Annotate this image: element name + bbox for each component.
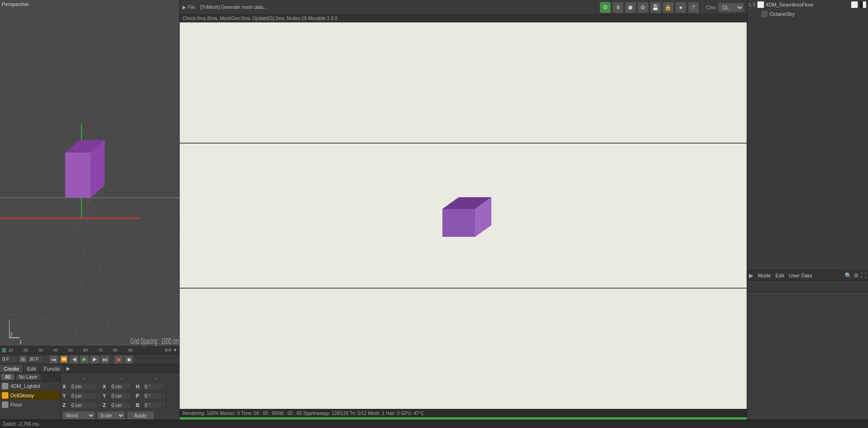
last-frame-button[interactable]: ⏭ <box>100 355 110 364</box>
chn-label: Chn: <box>706 5 717 10</box>
settings-icon[interactable]: ⚙ <box>854 272 859 279</box>
user-data-tab[interactable]: User Data <box>789 273 812 278</box>
render-panel-top[interactable] <box>180 22 747 144</box>
ruler-tick: 40 <box>53 348 58 352</box>
right-bottom: ▶ Mode Edit User Data 🔍 ⚙ ⛶ <box>747 270 868 420</box>
ruler-tick: 90 <box>128 348 133 352</box>
no-layer-btn[interactable]: No Layer <box>15 373 41 380</box>
svg-text:y: y <box>10 329 13 338</box>
pause-btn[interactable]: ⏸ <box>612 2 623 13</box>
lock-btn[interactable]: 🔒 <box>663 2 674 13</box>
stop-btn[interactable]: ⏹ <box>625 2 636 13</box>
right-bottom-tabs: ▶ Mode Edit User Data 🔍 ⚙ ⛶ <box>747 270 868 281</box>
ruler-tick: 10 <box>8 348 13 352</box>
play-back-button[interactable]: ◀ <box>70 355 79 364</box>
expand-icon[interactable]: ⛶ <box>861 272 866 279</box>
coord-p-label: P <box>136 393 142 399</box>
apply-button[interactable]: Apply <box>127 411 154 420</box>
chn-select[interactable]: DL <box>718 3 744 12</box>
coord-y-row: Y : Y P ° <box>63 392 177 400</box>
render-panel-middle[interactable] <box>180 144 747 289</box>
objects-area: All No Layer 4DM_Lightkit OctGlossy <box>0 373 179 420</box>
edit-tab[interactable]: Edit <box>23 365 40 373</box>
ruler-tick: 70 <box>98 348 103 352</box>
timeline-controls: ⊞ ⏮ ⏪ ◀ ▶ ▶ ⏭ ⏺ ⏺ <box>0 354 179 365</box>
object-list: 4DM_Lightkit OctGlossy Floor <box>0 381 60 420</box>
world-select[interactable]: World <box>63 411 95 420</box>
coord-y-input[interactable] <box>70 392 97 400</box>
settings-btn[interactable]: ⚙ <box>637 2 649 13</box>
frame-mode-toggle[interactable]: ⊞ <box>19 356 27 363</box>
right-bottom-toolbar <box>747 281 868 292</box>
prev-frame-button[interactable]: ⏪ <box>59 355 69 364</box>
svg-marker-24 <box>442 209 475 237</box>
coord-p-input[interactable] <box>143 392 162 400</box>
first-frame-button[interactable]: ⏮ <box>49 355 58 364</box>
render-panels <box>180 22 747 409</box>
coord-z2-input[interactable] <box>110 401 131 409</box>
material-item-sky[interactable]: OctaneSky <box>747 9 868 19</box>
record-button[interactable]: ⏺ <box>114 355 123 364</box>
coord-z-input[interactable] <box>70 401 97 409</box>
render-status-bar: Rendering: 100% Ms/sec: 0 Time: 00 : 00 … <box>180 409 747 417</box>
help-btn[interactable]: ? <box>688 2 699 13</box>
material-icon-sky <box>761 11 768 17</box>
coord-y2-input[interactable] <box>110 392 131 400</box>
obj-item-floor[interactable]: Floor <box>0 400 60 409</box>
viewport-3d[interactable]: Perspective <box>0 0 179 346</box>
mode-tab[interactable]: Mode <box>758 273 771 278</box>
coord-bottom-row: World Scale Apply <box>63 411 177 420</box>
svg-text:x: x <box>20 338 22 346</box>
svg-text:Grid Spacing : 1000 cm: Grid Spacing : 1000 cm <box>130 337 179 346</box>
bottom-status: Dated: -2,766 ms. <box>0 420 868 428</box>
ruler-tick: 20 <box>23 348 28 352</box>
timeline-ruler: 0 10 20 30 40 50 60 70 80 90 0 F ▼ <box>0 346 179 354</box>
coord-h-label: H <box>136 384 142 389</box>
next-frame-button[interactable]: ▶ <box>90 355 99 364</box>
render-panel-bottom[interactable] <box>180 289 747 409</box>
collapse-btn[interactable]: ▶ <box>749 272 753 279</box>
create-tab[interactable]: Create <box>0 365 23 373</box>
coord-b-input[interactable] <box>143 401 162 409</box>
right-top: L 0 4DM_SeamlessFloor OctaneSky <box>747 0 868 270</box>
obj-item-octglossy[interactable]: OctGlossy <box>0 391 60 400</box>
viewport-label: Perspective <box>2 1 28 7</box>
coord-y-label: Y <box>63 393 69 399</box>
end-frame-input[interactable] <box>28 356 45 363</box>
edit-tab[interactable]: Edit <box>776 273 784 278</box>
octane-title: [TriMesh] Generate mesh data... <box>200 5 267 10</box>
circle-btn[interactable]: ● <box>675 2 686 13</box>
ruler-tick: 30 <box>38 348 43 352</box>
coord-x2-label: X <box>103 384 109 389</box>
material-item-floor[interactable]: L 0 4DM_SeamlessFloor <box>747 0 868 9</box>
all-layers-btn[interactable]: All <box>1 373 14 380</box>
coord-x-input[interactable] <box>70 383 97 390</box>
obj-icon-octglossy <box>2 392 8 399</box>
coord-x2-input[interactable] <box>110 383 131 390</box>
coord-x-row: X : X H ° <box>63 382 177 391</box>
right-bottom-content <box>747 292 868 420</box>
scale-select[interactable]: Scale <box>97 411 125 420</box>
coord-b-label: B <box>136 402 142 408</box>
play-button[interactable]: ▶ <box>80 355 89 364</box>
auto-key-button[interactable]: ⏺ <box>124 355 133 364</box>
scene-tabs-row: Create Edit Functic ▶ <box>0 365 179 373</box>
coord-z2-label: Z <box>103 402 109 408</box>
coord-h-input[interactable] <box>143 383 162 390</box>
right-panel: L 0 4DM_SeamlessFloor OctaneSky ▶ <box>747 0 868 420</box>
layer-tabs: All No Layer <box>0 373 60 381</box>
viewport-grid: Grid Spacing : 1000 cm y x <box>0 0 179 346</box>
ruler-tick: 60 <box>83 348 88 352</box>
material-icon-floor <box>757 1 764 8</box>
coord-x-label: X <box>63 384 69 389</box>
zoom-icon[interactable]: 🔍 <box>845 272 852 279</box>
obj-item-lightkit[interactable]: 4DM_Lightkit <box>0 381 60 391</box>
coord-y2-label: Y <box>103 393 109 399</box>
center-area: ▶ File [TriMesh] Generate mesh data... ⚙… <box>180 0 747 420</box>
render-start-btn[interactable]: ⚙ <box>600 2 611 13</box>
left-panel: Perspective <box>0 0 180 420</box>
frame-input[interactable] <box>1 356 18 363</box>
save-btn[interactable]: 💾 <box>650 2 661 13</box>
functic-tab[interactable]: Functic <box>40 365 64 373</box>
octane-toolbar: ▶ File [TriMesh] Generate mesh data... ⚙… <box>180 0 747 15</box>
